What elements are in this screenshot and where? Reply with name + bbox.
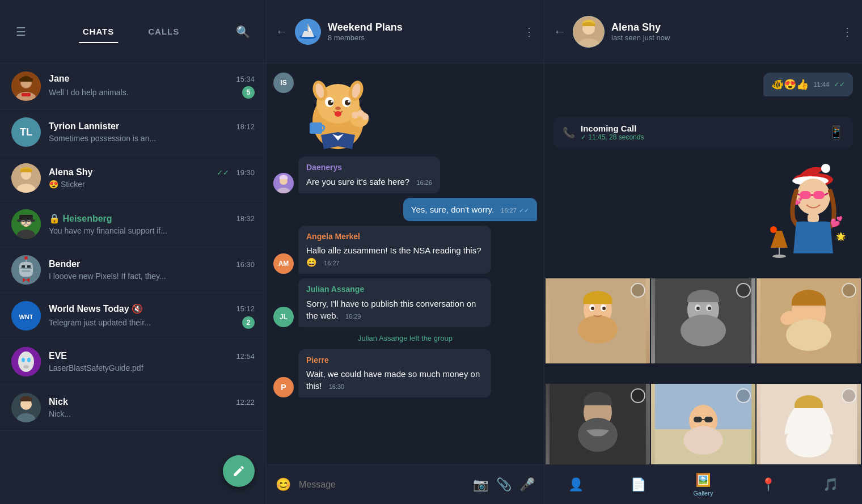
svg-rect-108 <box>694 417 702 422</box>
sticker-message: IS <box>273 73 537 152</box>
svg-point-53 <box>335 111 341 117</box>
profile-msg-check: ✓✓ <box>834 81 845 88</box>
chat-info-jane: Jane 15:34 Well I do help animals. 5 <box>49 74 255 99</box>
phone-icon[interactable]: 📱 <box>829 125 844 140</box>
svg-point-91 <box>681 315 726 346</box>
chat-preview-wnt: Telegram just updated their... <box>49 318 151 327</box>
msg-bubble-daenerys: Daenerys Are you sure it's safe here? 16… <box>298 156 440 193</box>
avatar-bender <box>11 255 41 285</box>
chat-item-eve[interactable]: EVE 12:54 LaserBlastSafetyGuide.pdf <box>0 339 266 385</box>
call-status-icon: 📞 <box>563 126 575 139</box>
svg-text:💕: 💕 <box>830 215 843 228</box>
contact-icon: 👤 <box>568 477 584 492</box>
chat-time-tyrion: 18:12 <box>236 122 255 131</box>
msg-time-out: 16:27 <box>501 207 517 214</box>
nav-location[interactable]: 📍 <box>754 473 783 497</box>
chat-preview-jane: Well I do help animals. <box>49 88 129 97</box>
chat-item-bender[interactable]: Bender 16:30 I looove new Pixels! If fac… <box>0 247 266 293</box>
msg-sender-angela: Angela Merkel <box>306 231 483 243</box>
svg-rect-109 <box>704 417 713 422</box>
incoming-call-box: 📞 Incoming Call ✓ 11:45, 28 seconds 📱 <box>553 117 853 148</box>
back-button[interactable]: ← <box>276 24 288 39</box>
profile-back-button[interactable]: ← <box>553 24 566 39</box>
more-button[interactable]: ⋮ <box>523 25 535 39</box>
svg-text:WNT: WNT <box>19 314 33 320</box>
chat-item-wnt[interactable]: WNT World News Today 🔇 15:12 Telegram ju… <box>0 293 266 339</box>
gallery-select-6[interactable] <box>842 388 856 403</box>
avatar-eve <box>11 347 41 376</box>
gallery-select-4[interactable] <box>631 388 645 403</box>
profile-content: 🐠😍👍 11:44 ✓✓ 📞 Incoming Call ✓ 11:45, 28… <box>544 63 862 464</box>
msg-sender-pierre: Pierre <box>306 355 483 366</box>
chat-time-wnt: 15:12 <box>236 304 255 313</box>
chat-item-nick[interactable]: Nick 12:22 Nick... <box>0 385 266 431</box>
doge-sticker <box>298 73 378 152</box>
gallery-select-5[interactable] <box>736 388 751 403</box>
gallery-item-1[interactable] <box>546 278 650 383</box>
svg-point-50 <box>331 100 333 103</box>
chat-list: Jane 15:34 Well I do help animals. 5 TL … <box>0 63 266 504</box>
profile-emoji-bubble: 🐠😍👍 11:44 ✓✓ <box>763 73 853 96</box>
gallery-nav-label: Gallery <box>694 490 713 497</box>
gallery-select-3[interactable] <box>842 283 856 298</box>
msg-row-julian: JL Julian Assange Sorry, I'll have to pu… <box>273 278 537 327</box>
message-input[interactable] <box>299 480 465 490</box>
nav-contact[interactable]: 👤 <box>561 473 590 497</box>
msg-time-julian: 16:29 <box>345 313 361 320</box>
camera-icon[interactable]: 📷 <box>473 477 488 492</box>
gallery-item-4[interactable] <box>546 384 650 464</box>
location-icon: 📍 <box>760 477 776 492</box>
gallery-item-3[interactable] <box>757 278 861 383</box>
gallery-item-2[interactable] <box>651 278 755 383</box>
group-chat-header: ← Weekend Plans 8 members ⋮ <box>267 0 544 63</box>
nav-files[interactable]: 📄 <box>624 473 653 497</box>
group-sub: 8 members <box>328 33 517 42</box>
gallery-select-1[interactable] <box>631 283 645 298</box>
svg-point-83 <box>578 315 618 344</box>
msg-avatar-pierre: P <box>273 377 294 397</box>
emoji-icon[interactable]: 😊 <box>276 477 291 492</box>
chat-name-wnt: World News Today 🔇 <box>49 303 143 314</box>
tab-chats[interactable]: CHATS <box>66 21 132 42</box>
gallery-grid <box>544 277 862 464</box>
svg-point-48 <box>328 100 333 105</box>
chat-preview-tyrion: Sometimes possession is an... <box>49 134 255 143</box>
mic-icon[interactable]: 🎤 <box>519 477 535 492</box>
profile-header: ← Alena Shy last seen just now ⋮ <box>544 0 862 63</box>
search-icon[interactable]: 🔍 <box>231 20 255 43</box>
files-icon: 📄 <box>631 477 646 492</box>
hamburger-menu[interactable]: ☰ <box>11 20 31 43</box>
profile-bottom-nav: 👤 📄 🖼️ Gallery 📍 🎵 <box>544 464 862 504</box>
svg-rect-5 <box>22 93 31 96</box>
chat-item-alena[interactable]: Alena Shy ✓✓ 19:30 😍 Sticker <box>0 155 266 201</box>
msg-row-angela: AM Angela Merkel Hallo alle zusammen! Is… <box>273 226 537 274</box>
chat-item-tyrion[interactable]: TL Tyrion Lannister 18:12 Sometimes poss… <box>0 109 266 155</box>
attach-icon[interactable]: 📎 <box>496 477 512 492</box>
nav-audio[interactable]: 🎵 <box>816 473 845 497</box>
compose-fab[interactable] <box>223 455 255 487</box>
msg-checks-out: ✓✓ <box>519 207 529 214</box>
svg-point-31 <box>22 358 25 362</box>
svg-point-24 <box>24 256 28 260</box>
chat-info-alena: Alena Shy ✓✓ 19:30 😍 Sticker <box>49 167 255 189</box>
svg-point-78 <box>770 226 777 233</box>
svg-point-87 <box>602 307 606 310</box>
chat-info-heisenberg: 🔒 Heisenberg 18:32 You have my financial… <box>49 213 255 235</box>
chat-item-jane[interactable]: Jane 15:34 Well I do help animals. 5 <box>0 63 266 109</box>
chat-name-tyrion: Tyrion Lannister <box>49 121 119 132</box>
svg-point-94 <box>696 307 700 310</box>
nav-gallery[interactable]: 🖼️ Gallery <box>687 468 720 501</box>
profile-sticker: 💕 💕 🌟 <box>751 157 853 273</box>
chat-name-eve: EVE <box>49 351 67 361</box>
gallery-item-6[interactable] <box>757 384 861 464</box>
chat-time-eve: 12:54 <box>236 352 255 361</box>
chat-item-heisenberg[interactable]: 🔒 Heisenberg 18:32 You have my financial… <box>0 201 266 247</box>
gallery-select-2[interactable] <box>736 283 751 298</box>
avatar-jane <box>11 71 41 101</box>
msg-time-angela: 16:27 <box>324 260 340 266</box>
gallery-item-5[interactable] <box>651 384 755 464</box>
profile-more-button[interactable]: ⋮ <box>842 25 853 39</box>
svg-point-49 <box>345 100 350 105</box>
chat-time-nick: 12:22 <box>236 398 255 406</box>
tab-calls[interactable]: CALLS <box>131 21 196 42</box>
